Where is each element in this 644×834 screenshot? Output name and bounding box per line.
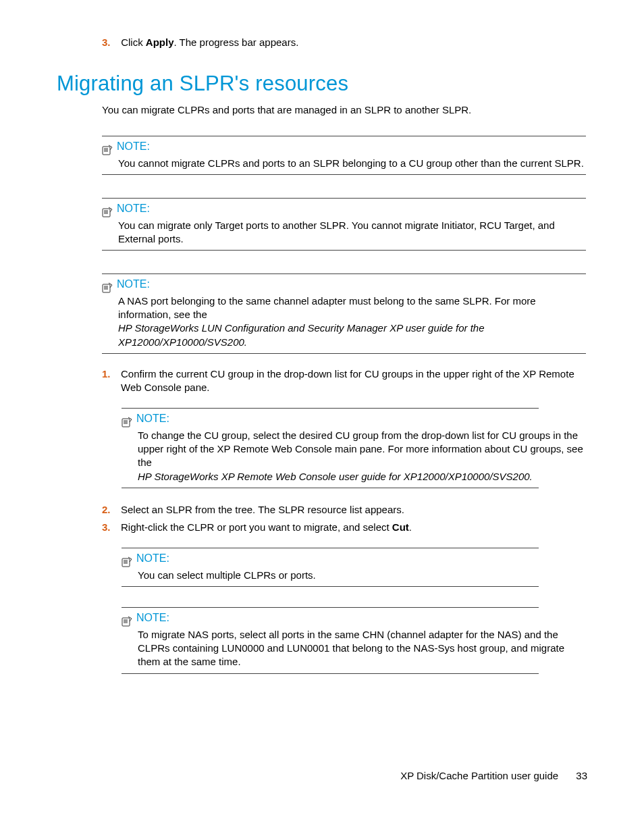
- page-footer: XP Disk/Cache Partition user guide 33: [400, 769, 587, 783]
- note-label: NOTE:: [117, 201, 150, 216]
- note-label: NOTE:: [117, 277, 150, 292]
- footer-title: XP Disk/Cache Partition user guide: [400, 770, 558, 781]
- note-block: NOTE: You can migrate only Target ports …: [102, 198, 587, 251]
- step-number: 3.: [102, 521, 121, 534]
- step-text: Select an SLPR from the tree. The SLPR r…: [121, 503, 587, 517]
- note-block: NOTE: A NAS port belonging to the same c…: [102, 273, 587, 354]
- step-number: 3.: [102, 36, 118, 49]
- svg-rect-16: [122, 558, 130, 567]
- document-page: 3. Click Apply. The progress bar appears…: [0, 0, 644, 834]
- step-number: 1.: [102, 367, 121, 395]
- note-body: To migrate NAS ports, select all ports i…: [138, 628, 586, 669]
- step-list: 1. Confirm the current CU group in the d…: [102, 367, 587, 395]
- step-text: Confirm the current CU group in the drop…: [121, 367, 587, 395]
- step-number: 2.: [102, 503, 121, 517]
- note-label: NOTE:: [117, 139, 150, 154]
- svg-rect-8: [103, 284, 110, 292]
- step-text: Click Apply. The progress bar appears.: [121, 36, 298, 48]
- note-icon: [122, 556, 132, 567]
- note-icon: [102, 207, 113, 217]
- note-block: NOTE: You can select multiple CLPRs or p…: [122, 548, 587, 587]
- svg-rect-20: [122, 618, 130, 626]
- step-item: 2. Select an SLPR from the tree. The SLP…: [102, 503, 587, 517]
- step-item: 1. Confirm the current CU group in the d…: [102, 367, 587, 395]
- step-text: Right-click the CLPR or port you want to…: [121, 521, 587, 534]
- note-body: To change the CU group, select the desir…: [138, 429, 586, 484]
- note-icon: [122, 417, 132, 427]
- svg-rect-4: [103, 209, 110, 217]
- note-icon: [102, 145, 113, 155]
- page-number: 33: [576, 770, 587, 781]
- note-label: NOTE:: [136, 610, 169, 625]
- note-icon: [122, 616, 132, 627]
- step-item-prev: 3. Click Apply. The progress bar appears…: [102, 36, 587, 49]
- note-body: You can select multiple CLPRs or ports.: [138, 569, 586, 582]
- note-label: NOTE:: [136, 411, 169, 426]
- note-label: NOTE:: [136, 551, 169, 566]
- step-item: 3. Right-click the CLPR or port you want…: [102, 521, 587, 534]
- note-body: You cannot migrate CLPRs and ports to an…: [118, 157, 586, 170]
- section-heading: Migrating an SLPR's resources: [57, 70, 587, 98]
- note-icon: [102, 282, 113, 293]
- note-block: NOTE: To change the CU group, select the…: [122, 408, 587, 488]
- svg-rect-0: [103, 147, 110, 155]
- svg-rect-12: [122, 419, 130, 427]
- note-block: NOTE: You cannot migrate CLPRs and ports…: [102, 136, 587, 175]
- section-intro: You can migrate CLPRs and ports that are…: [102, 103, 587, 117]
- note-block: NOTE: To migrate NAS ports, select all p…: [122, 607, 587, 673]
- note-body: A NAS port belonging to the same channel…: [118, 294, 586, 349]
- step-list: 2. Select an SLPR from the tree. The SLP…: [102, 503, 587, 535]
- note-body: You can migrate only Target ports to ano…: [118, 219, 586, 246]
